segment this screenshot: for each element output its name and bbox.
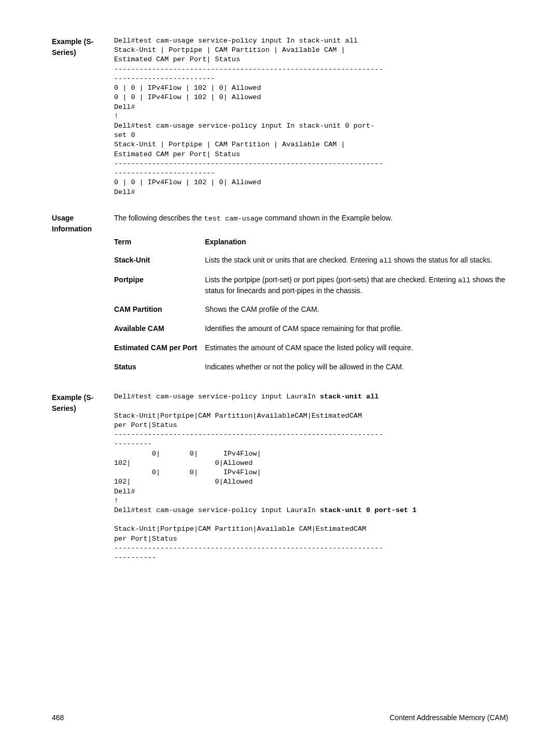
table-row: Stack-Unit Lists the stack unit or units…	[114, 251, 508, 270]
section-label: Example (S-Series)	[52, 36, 114, 197]
text: Dell#test cam-usage service-policy input…	[114, 393, 320, 401]
text: The following describes the	[114, 214, 204, 222]
text: Lists the stack unit or units that are c…	[205, 256, 379, 264]
example-s-series-2: Example (S-Series) Dell#test cam-usage s…	[52, 392, 508, 562]
section-label: Usage Information	[52, 213, 114, 377]
explanation-cell: Lists the portpipe (port-set) or port pi…	[205, 270, 508, 300]
inline-code: test cam-usage	[204, 215, 263, 223]
code-block: Dell#test cam-usage service-policy input…	[114, 392, 508, 562]
page-footer: 468 Content Addressable Memory (CAM)	[52, 712, 508, 723]
table-row: CAM Partition Shows the CAM profile of t…	[114, 300, 508, 319]
text: shows the status for all stacks.	[392, 256, 493, 264]
usage-intro: The following describes the test cam-usa…	[114, 213, 508, 224]
terms-table: Term Explanation Stack-Unit Lists the st…	[114, 233, 508, 377]
section-content: Dell#test cam-usage service-policy input…	[114, 36, 508, 197]
bold-code: stack-unit all	[320, 393, 379, 401]
bold-code: stack-unit 0 port-set 1	[320, 506, 416, 514]
explanation-cell: Shows the CAM profile of the CAM.	[205, 300, 508, 319]
explanation-cell: Lists the stack unit or units that are c…	[205, 251, 508, 270]
example-s-series-1: Example (S-Series) Dell#test cam-usage s…	[52, 36, 508, 197]
table-header-row: Term Explanation	[114, 233, 508, 251]
table-row: Status Indicates whether or not the poli…	[114, 357, 508, 377]
footer-title: Content Addressable Memory (CAM)	[389, 712, 508, 723]
term-cell: Status	[114, 357, 205, 377]
term-cell: Stack-Unit	[114, 251, 205, 270]
term-cell: Portpipe	[114, 270, 205, 300]
explanation-cell: Indicates whether or not the policy will…	[205, 357, 508, 377]
term-cell: Available CAM	[114, 319, 205, 338]
table-row: Available CAM Identifies the amount of C…	[114, 319, 508, 338]
text: Lists the portpipe (port-set) or port pi…	[205, 275, 458, 284]
text: Stack-Unit|Portpipe|CAM Partition|Availa…	[114, 412, 383, 514]
text: Stack-Unit|Portpipe|CAM Partition|Availa…	[114, 525, 383, 561]
inline-code: all	[458, 277, 470, 284]
page-number: 468	[52, 712, 64, 723]
term-header: Term	[114, 233, 205, 251]
explanation-cell: Estimates the amount of CAM space the li…	[205, 338, 508, 357]
usage-information: Usage Information The following describe…	[52, 213, 508, 377]
explanation-header: Explanation	[205, 233, 508, 251]
table-row: Portpipe Lists the portpipe (port-set) o…	[114, 270, 508, 300]
section-content: Dell#test cam-usage service-policy input…	[114, 392, 508, 562]
explanation-cell: Identifies the amount of CAM space remai…	[205, 319, 508, 338]
term-cell: CAM Partition	[114, 300, 205, 319]
table-row: Estimated CAM per Port Estimates the amo…	[114, 338, 508, 357]
section-content: The following describes the test cam-usa…	[114, 213, 508, 377]
section-label: Example (S-Series)	[52, 392, 114, 562]
term-cell: Estimated CAM per Port	[114, 338, 205, 357]
inline-code: all	[379, 257, 391, 265]
text: command shown in the Example below.	[263, 214, 393, 222]
code-block: Dell#test cam-usage service-policy input…	[114, 36, 508, 197]
